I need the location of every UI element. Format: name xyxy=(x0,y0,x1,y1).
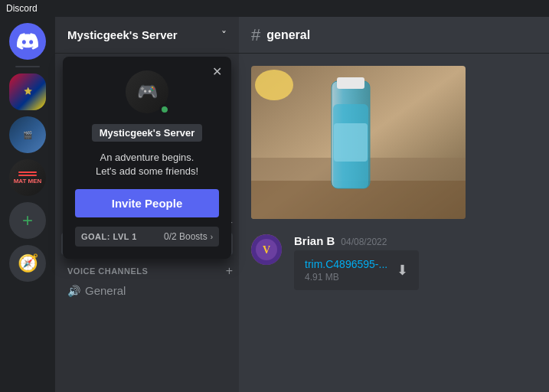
message-author: Brian B xyxy=(294,234,335,247)
popup-subtitle-line2: Let's add some friends! xyxy=(96,165,198,177)
svg-rect-6 xyxy=(333,104,368,188)
chat-body[interactable]: V Brian B 04/08/2022 trim.C4896595-... 4… xyxy=(239,54,549,392)
boost-goal[interactable]: GOAL: LVL 1 0/2 Boosts › xyxy=(75,227,219,247)
svg-rect-4 xyxy=(337,77,364,89)
chat-channel-name: general xyxy=(266,28,310,42)
channel-sidebar: Mysticgeek's Server ˅ ✕ 🎮 Mysticgeek's S… xyxy=(55,17,239,392)
message-item: V Brian B 04/08/2022 trim.C4896595-... 4… xyxy=(251,231,537,293)
popup-server-name: Mysticgeek's Server xyxy=(92,124,203,142)
message-header: Brian B 04/08/2022 xyxy=(294,234,537,247)
message-content: Brian B 04/08/2022 trim.C4896595-... 4.9… xyxy=(294,234,537,290)
popup-close-button[interactable]: ✕ xyxy=(212,64,222,79)
chat-header: # general xyxy=(239,17,549,54)
server-icon-3[interactable]: MAT MEN xyxy=(9,159,46,196)
boost-chevron-icon: › xyxy=(211,233,213,241)
chevron-down-icon: ˅ xyxy=(221,29,227,41)
main-content: # general xyxy=(239,17,549,392)
app-title: Discord xyxy=(6,3,38,14)
svg-point-7 xyxy=(255,70,293,100)
app-layout: ⭐ 🎬 MAT MEN + 🧭 Mysticgeek's Server xyxy=(0,17,549,392)
chat-hash-icon: # xyxy=(251,25,260,45)
download-icon[interactable]: ⬇ xyxy=(397,262,408,279)
chat-image-container xyxy=(251,66,537,219)
voice-channels-section: VOICE CHANNELS + 🔊 General xyxy=(55,261,239,300)
title-bar: Discord xyxy=(0,0,549,17)
add-voice-channel-button[interactable]: + xyxy=(226,264,233,278)
speaker-icon: 🔊 xyxy=(67,285,80,297)
file-attachment: trim.C4896595-... 4.91 MB ⬇ xyxy=(294,250,419,290)
server-divider xyxy=(15,66,40,67)
server-icon-1[interactable]: ⭐ xyxy=(9,74,46,110)
popup-subtitle: An adventure begins. Let's add some frie… xyxy=(75,151,219,178)
server-icon-2[interactable]: 🎬 xyxy=(9,116,46,153)
chat-image xyxy=(251,66,466,219)
boost-goal-label: GOAL: LVL 1 xyxy=(81,232,137,241)
compass-icon: 🧭 xyxy=(18,253,38,273)
boost-goal-value: 0/2 Boosts › xyxy=(164,231,213,242)
file-info: trim.C4896595-... 4.91 MB xyxy=(305,258,387,283)
popup-title-wrapper: Mysticgeek's Server xyxy=(75,121,219,151)
add-server-button[interactable]: + xyxy=(9,202,46,239)
voice-channel-name: General xyxy=(85,284,126,297)
server-name: Mysticgeek's Server xyxy=(67,28,178,41)
voice-channels-header[interactable]: VOICE CHANNELS + xyxy=(55,261,239,281)
plus-icon: + xyxy=(22,211,33,230)
voice-channels-title: VOICE CHANNELS xyxy=(67,266,148,276)
server-popup: ✕ 🎮 Mysticgeek's Server An adventure beg… xyxy=(63,57,231,259)
explore-servers-button[interactable]: 🧭 xyxy=(9,245,46,282)
message-avatar: V xyxy=(251,234,282,265)
message-timestamp: 04/08/2022 xyxy=(341,237,387,247)
file-size: 4.91 MB xyxy=(305,272,387,283)
boost-count: 0/2 Boosts xyxy=(164,231,208,242)
voice-channel-general[interactable]: 🔊 General xyxy=(61,281,233,300)
online-indicator xyxy=(159,104,170,115)
svg-text:V: V xyxy=(263,244,270,256)
server-header[interactable]: Mysticgeek's Server ˅ xyxy=(55,17,239,54)
file-name[interactable]: trim.C4896595-... xyxy=(305,258,387,270)
server-list: ⭐ 🎬 MAT MEN + 🧭 xyxy=(0,17,55,392)
popup-subtitle-line1: An adventure begins. xyxy=(100,152,194,163)
discord-home-button[interactable] xyxy=(9,23,46,60)
invite-people-button[interactable]: Invite People xyxy=(75,189,219,217)
